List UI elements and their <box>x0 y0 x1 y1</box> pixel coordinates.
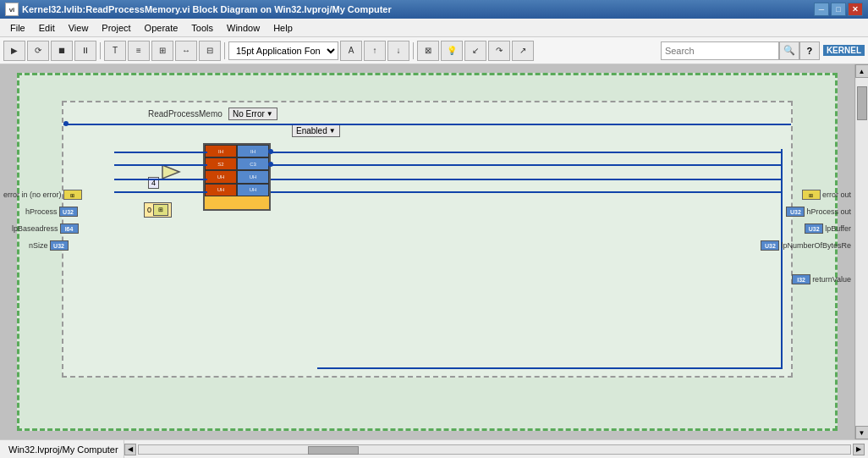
diagram-label: ReadProcessMemo <box>148 109 222 119</box>
wire-out-3 <box>271 164 783 166</box>
enabled-dropdown[interactable]: Enabled ▼ <box>292 124 340 137</box>
nsize-label: nSize <box>29 241 48 250</box>
run-arrow-button[interactable]: ▶ <box>3 41 25 61</box>
menubar: File Edit View Project Operate Tools Win… <box>0 19 868 37</box>
conn-dot-3 <box>268 162 273 167</box>
italic-button[interactable]: ↑ <box>364 41 386 61</box>
resize-button[interactable]: ↔ <box>175 41 197 61</box>
status-path: Win32.lvproj/My Computer <box>3 440 124 458</box>
input-lpbase: lpBaseadress I64 <box>12 223 79 234</box>
lpbuffer-terminal: U32 <box>805 223 823 234</box>
minimize-button[interactable]: ─ <box>814 3 829 16</box>
step-into-button[interactable]: ↙ <box>464 41 486 61</box>
no-error-arrow-icon: ▼ <box>266 110 273 118</box>
separator-2 <box>224 42 225 59</box>
search-input[interactable] <box>661 41 779 60</box>
hprocess-terminal: U32 <box>59 207 78 217</box>
menu-view[interactable]: View <box>62 21 96 35</box>
wire-out-2 <box>271 152 783 153</box>
error-in-terminal: ⊞ <box>63 190 82 200</box>
svg-marker-0 <box>162 165 179 179</box>
horizontal-scroll-area[interactable] <box>136 444 853 455</box>
menu-project[interactable]: Project <box>95 21 137 35</box>
wire-h2 <box>114 152 207 153</box>
text-settings-button[interactable]: T <box>104 41 126 61</box>
no-error-control[interactable]: No Error ▼ <box>228 108 277 120</box>
input-error-in: error in (no error) ⊞ <box>3 190 82 200</box>
scroll-down-button[interactable]: ▼ <box>855 426 869 439</box>
help-button[interactable]: ? <box>799 41 820 60</box>
nsize-terminal: U32 <box>50 240 69 251</box>
scroll-track-h[interactable] <box>138 444 851 455</box>
scroll-left-button[interactable]: ◀ <box>124 444 136 455</box>
distribute-button[interactable]: ⊞ <box>151 41 173 61</box>
wire-out-5 <box>271 191 783 193</box>
returnvalue-label: returnValue <box>812 275 851 284</box>
size-up-button[interactable]: ↓ <box>387 41 409 61</box>
font-select[interactable]: 15pt Application Font <box>228 41 338 60</box>
separator-1 <box>100 42 101 59</box>
wire-h4 <box>114 179 207 180</box>
scroll-right-button[interactable]: ▶ <box>853 444 865 455</box>
lpnumbytes-terminal: U32 <box>761 240 779 251</box>
input-nsize: nSize U32 <box>29 240 69 251</box>
compare-node <box>161 163 181 180</box>
wire-bottom <box>317 367 783 369</box>
menu-window[interactable]: Window <box>220 21 266 35</box>
align-button[interactable]: ≡ <box>128 41 150 61</box>
hprocess-out-terminal: U32 <box>786 207 805 217</box>
toolbar: ▶ ⟳ ⏹ ⏸ T ≡ ⊞ ↔ ⊟ 15pt Application Font … <box>0 37 868 64</box>
window-controls: ─ □ ✕ <box>814 3 863 16</box>
block-diagram-canvas[interactable]: ReadProcessMemo No Error ▼ Enabled ▼ <box>0 64 854 439</box>
menu-operate[interactable]: Operate <box>138 21 185 35</box>
step-over-button[interactable]: ↷ <box>488 41 510 61</box>
vertical-scrollbar[interactable]: ▲ ▼ <box>854 64 868 439</box>
enabled-arrow-icon: ▼ <box>329 127 336 135</box>
clean-button[interactable]: ⊠ <box>417 41 439 61</box>
triangle-icon <box>161 163 181 180</box>
menu-tools[interactable]: Tools <box>184 21 220 35</box>
scroll-thumb-h[interactable] <box>308 446 359 455</box>
output-lpbuffer: U32 lpBuffer <box>805 223 851 234</box>
bold-button[interactable]: A <box>340 41 362 61</box>
pause-button[interactable]: ⏸ <box>74 41 96 61</box>
enabled-control[interactable]: Enabled ▼ <box>292 124 340 137</box>
no-error-dropdown[interactable]: No Error ▼ <box>228 108 277 120</box>
error-in-label: error in (no error) <box>3 190 62 199</box>
numeric-node: 0 ⊞ <box>144 202 172 218</box>
run-cont-button[interactable]: ⟳ <box>27 41 49 61</box>
separator-3 <box>413 42 414 59</box>
conn-dot-1 <box>63 121 69 126</box>
hprocess-label: hProcess <box>25 207 58 216</box>
lpbase-label: lpBaseadress <box>12 224 58 233</box>
wire-out-4 <box>271 179 783 180</box>
output-error-out: ⊞ error out <box>802 190 851 200</box>
error-out-label: error out <box>822 190 851 199</box>
step-out-button[interactable]: ↗ <box>512 41 534 61</box>
menu-help[interactable]: Help <box>266 21 299 35</box>
highlight-button[interactable]: 💡 <box>441 41 463 61</box>
scroll-track-v[interactable] <box>856 78 868 426</box>
menu-edit[interactable]: Edit <box>32 21 62 35</box>
wire-out-top <box>271 124 783 125</box>
search-button[interactable]: 🔍 <box>779 41 799 60</box>
input-hprocess: hProcess U32 <box>25 207 78 217</box>
hprocess-out-label: hProcess out <box>806 207 851 216</box>
menu-file[interactable]: File <box>3 21 32 35</box>
titlebar: vi Kernel32.lvlib:ReadProcessMemory.vi B… <box>0 0 868 19</box>
main-function-block: IH IH S2 C3 UH UH UH UH <box>203 143 271 211</box>
wire-h3 <box>114 164 207 166</box>
search-area: 🔍 ? KERNEL <box>661 41 865 60</box>
returnvalue-terminal: I32 <box>792 274 810 284</box>
scroll-up-button[interactable]: ▲ <box>855 64 869 78</box>
close-button[interactable]: ✕ <box>848 3 863 16</box>
inner-frame: ReadProcessMemo No Error ▼ Enabled ▼ <box>62 101 793 378</box>
statusbar: Win32.lvproj/My Computer ◀ ▶ <box>0 439 868 458</box>
reorder-button[interactable]: ⊟ <box>199 41 221 61</box>
output-hprocess-out: U32 hProcess out <box>786 207 851 217</box>
abort-button[interactable]: ⏹ <box>51 41 73 61</box>
maximize-button[interactable]: □ <box>831 3 846 16</box>
lpnumbytes-label: lpNumberOfBytesRe <box>781 241 851 250</box>
scroll-thumb-v[interactable] <box>857 86 867 120</box>
lpbase-terminal: I64 <box>60 223 79 234</box>
